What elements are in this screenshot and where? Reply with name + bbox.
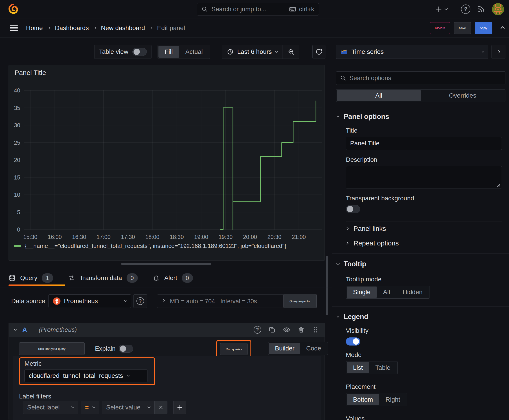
search-shortcut: ctrl+k (299, 6, 314, 13)
metric-select[interactable]: cloudflared_tunnel_total_requests (24, 369, 147, 382)
news-rss-icon[interactable] (477, 5, 485, 13)
tab-query[interactable]: Query 1 (8, 273, 53, 283)
builder-code-segment: Builder Code (268, 342, 328, 355)
svg-text:17:30: 17:30 (121, 234, 135, 240)
svg-text:17:00: 17:00 (97, 234, 111, 240)
description-field[interactable] (346, 166, 502, 188)
metric-value: cloudflared_tunnel_total_requests (29, 372, 123, 379)
legend-table-option[interactable]: Table (369, 362, 397, 373)
apply-button[interactable]: Apply (475, 22, 492, 34)
tab-alert-badge: 0 (182, 273, 193, 283)
help-icon (137, 297, 144, 305)
query-editor-card: A (Prometheus) Kick start your query Exp… (8, 323, 325, 420)
add-filter-button[interactable] (173, 401, 186, 414)
breadcrumb-dashboards[interactable]: Dashboards (55, 24, 89, 32)
tooltip-header[interactable]: Tooltip (337, 260, 509, 268)
help-icon[interactable] (254, 326, 261, 334)
legend-list-option[interactable]: List (347, 362, 369, 373)
code-option[interactable]: Code (300, 343, 327, 354)
trash-icon[interactable] (298, 326, 305, 333)
save-button[interactable]: Save (454, 22, 471, 34)
help-icon[interactable] (461, 5, 471, 14)
breadcrumb-home[interactable]: Home (26, 24, 43, 32)
time-series-icon (340, 48, 347, 55)
collapse-header-icon[interactable] (501, 26, 504, 30)
run-queries-button[interactable]: Run queries (220, 343, 248, 355)
actual-option[interactable]: Actual (179, 46, 209, 58)
eye-icon[interactable] (283, 326, 290, 334)
fill-option[interactable]: Fill (159, 46, 179, 58)
tooltip-single-option[interactable]: Single (347, 286, 377, 298)
datasource-help-button[interactable] (133, 294, 147, 308)
menu-icon[interactable] (10, 25, 18, 31)
visualization-picker[interactable]: Time series (336, 45, 488, 59)
svg-text:15:30: 15:30 (23, 234, 38, 240)
tab-transform[interactable]: Transform data 0 (68, 273, 138, 283)
breadcrumb-new-dashboard[interactable]: New dashboard (101, 24, 145, 32)
explain-toggle[interactable] (119, 345, 133, 353)
legend-right-option[interactable]: Right (379, 394, 406, 405)
panel-options-header[interactable]: Panel options (337, 113, 509, 121)
database-icon (8, 274, 16, 282)
discard-button[interactable]: Discard (430, 22, 450, 34)
search-options-field[interactable] (336, 71, 505, 85)
top-nav: Search or jump to... ctrl+k (0, 0, 509, 18)
panel-title[interactable]: Panel Title (15, 69, 46, 76)
table-view-toggle[interactable] (132, 48, 147, 56)
legend-header[interactable]: Legend (337, 313, 509, 321)
tab-alert[interactable]: Alert 0 (153, 273, 193, 283)
tooltip-all-option[interactable]: All (377, 286, 396, 298)
select-value-dropdown[interactable]: Select value (102, 401, 154, 414)
remove-filter-button[interactable] (154, 401, 167, 414)
legend-visibility-toggle[interactable] (346, 338, 360, 345)
user-avatar[interactable] (492, 3, 504, 15)
pane-resize-handle[interactable] (121, 263, 211, 265)
chevron-down-icon (147, 405, 151, 408)
collapse-options-button[interactable] (492, 45, 505, 59)
transform-icon (68, 274, 75, 282)
tooltip-hidden-option[interactable]: Hidden (396, 286, 429, 298)
tab-all[interactable]: All (337, 90, 421, 101)
global-search-input[interactable]: Search or jump to... ctrl+k (197, 3, 319, 15)
refresh-button[interactable] (312, 45, 326, 59)
tab-transform-badge: 0 (127, 273, 138, 283)
tab-alert-label: Alert (164, 274, 177, 282)
chart-svg: 051015202530354015:3016:0016:3017:0017:3… (9, 65, 325, 261)
chart-legend[interactable]: {__name__="cloudflared_tunnel_total_requ… (14, 242, 286, 249)
query-row-header[interactable]: A (Prometheus) (9, 323, 325, 337)
search-options-input[interactable] (349, 75, 501, 82)
options-tabs: All Overrides (336, 89, 505, 102)
add-new-button[interactable] (435, 6, 447, 13)
drag-handle-icon[interactable] (312, 326, 319, 333)
svg-text:10: 10 (14, 192, 20, 198)
scrollbar-thumb[interactable] (326, 256, 328, 315)
grafana-logo[interactable] (8, 4, 18, 14)
tab-transform-label: Transform data (80, 274, 122, 282)
builder-option[interactable]: Builder (269, 343, 300, 354)
datasource-picker[interactable]: Prometheus (48, 294, 131, 308)
time-range-picker[interactable]: Last 6 hours (222, 45, 282, 59)
legend-bottom-option[interactable]: Bottom (347, 394, 379, 405)
divider (332, 306, 509, 307)
resize-corner-icon[interactable] (495, 182, 501, 187)
legend-series-label: {__name__="cloudflared_tunnel_total_requ… (25, 242, 286, 249)
zoom-out-button[interactable] (282, 45, 299, 59)
prometheus-icon (53, 297, 61, 305)
tab-overrides[interactable]: Overrides (421, 90, 505, 101)
query-options-row[interactable]: MD = auto = 704 Interval = 30s Query ins… (157, 294, 316, 308)
chevron-down-icon (71, 405, 74, 408)
select-label-dropdown[interactable]: Select label (23, 401, 78, 414)
duplicate-icon[interactable] (268, 326, 276, 333)
title-input[interactable] (350, 140, 498, 147)
query-ref-id: A (22, 326, 27, 334)
transparent-background-toggle[interactable] (346, 205, 360, 213)
operator-dropdown[interactable]: = (81, 401, 99, 414)
repeat-options-section[interactable]: Repeat options (346, 236, 509, 250)
query-inspector-button[interactable]: Query inspector (283, 294, 317, 308)
svg-text:25: 25 (14, 140, 20, 146)
max-data-points: MD = auto = 704 (170, 298, 215, 305)
label-filters-label: Label filters (19, 393, 51, 400)
table-view-label: Table view (99, 48, 128, 55)
panel-links-section[interactable]: Panel links (346, 221, 509, 236)
kick-start-query-button[interactable]: Kick start your query (19, 342, 85, 355)
